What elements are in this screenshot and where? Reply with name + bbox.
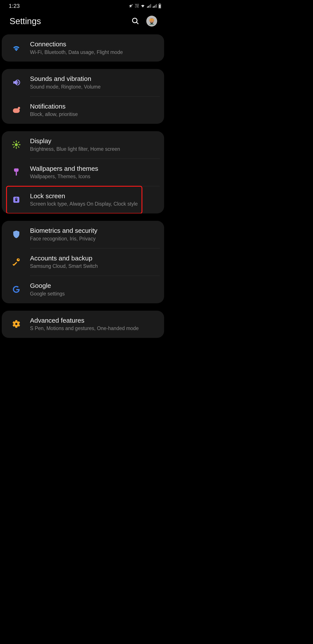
google-icon — [10, 285, 30, 294]
settings-list: Connections Wi-Fi, Bluetooth, Data usage… — [0, 34, 166, 340]
settings-group: Biometrics and security Face recognition… — [2, 221, 164, 303]
volte-icon: Vo))LTE — [135, 4, 139, 8]
shield-icon — [10, 230, 30, 239]
svg-rect-2 — [159, 4, 160, 4]
row-wallpapers[interactable]: Wallpapers and themes Wallpapers, Themes… — [2, 159, 164, 186]
svg-point-4 — [133, 18, 137, 23]
speaker-icon — [10, 78, 30, 87]
mute-icon — [129, 4, 134, 8]
row-connections[interactable]: Connections Wi-Fi, Bluetooth, Data usage… — [2, 34, 164, 62]
settings-header: Settings — [0, 10, 166, 34]
signal-1-icon — [147, 4, 151, 8]
row-title: Display — [30, 137, 158, 145]
row-title: Wallpapers and themes — [30, 164, 158, 173]
row-title: Connections — [30, 40, 158, 48]
settings-group: Sounds and vibration Sound mode, Rington… — [2, 69, 164, 124]
settings-group: Advanced features S Pen, Motions and ges… — [2, 311, 164, 338]
wifi-icon — [10, 43, 30, 52]
row-title: Advanced features — [30, 316, 158, 324]
gear-icon — [10, 320, 30, 328]
row-notifications[interactable]: Notifications Block, allow, prioritise — [2, 96, 164, 124]
row-title: Sounds and vibration — [30, 75, 158, 83]
row-title: Accounts and backup — [30, 254, 158, 262]
page-title: Settings — [9, 16, 41, 26]
key-icon — [10, 257, 30, 266]
row-google[interactable]: Google Google settings — [2, 276, 164, 303]
sun-icon — [10, 140, 30, 149]
row-advanced[interactable]: Advanced features S Pen, Motions and ges… — [2, 311, 164, 338]
row-title: Lock screen — [30, 192, 158, 200]
brush-icon — [10, 168, 30, 177]
svg-rect-3 — [159, 4, 161, 8]
search-icon[interactable] — [131, 17, 139, 25]
notif-icon — [10, 105, 30, 114]
svg-point-9 — [152, 19, 154, 21]
row-subtitle: Brightness, Blue light filter, Home scre… — [30, 146, 158, 152]
row-accounts[interactable]: Accounts and backup Samsung Cloud, Smart… — [2, 248, 164, 276]
row-subtitle: Samsung Cloud, Smart Switch — [30, 263, 158, 270]
row-sounds[interactable]: Sounds and vibration Sound mode, Rington… — [2, 69, 164, 96]
row-subtitle: S Pen, Motions and gestures, One-handed … — [30, 325, 158, 332]
row-biometrics[interactable]: Biometrics and security Face recognition… — [2, 221, 164, 248]
wifi-status-icon — [140, 4, 145, 8]
row-display[interactable]: Display Brightness, Blue light filter, H… — [2, 131, 164, 158]
svg-point-8 — [150, 19, 151, 21]
row-subtitle: Google settings — [30, 291, 158, 297]
battery-icon — [158, 3, 162, 8]
row-title: Google — [30, 282, 158, 290]
row-subtitle: Wallpapers, Themes, Icons — [30, 174, 158, 180]
lock-icon — [10, 195, 30, 204]
status-bar: 1:23 Vo))LTE — [0, 0, 166, 10]
row-title: Notifications — [30, 102, 158, 110]
status-icons: Vo))LTE — [129, 3, 162, 8]
settings-group: Display Brightness, Blue light filter, H… — [2, 131, 164, 214]
row-subtitle: Screen lock type, Always On Display, Clo… — [30, 201, 158, 207]
settings-group: Connections Wi-Fi, Bluetooth, Data usage… — [2, 34, 164, 62]
row-subtitle: Sound mode, Ringtone, Volume — [30, 84, 158, 90]
row-subtitle: Face recognition, Iris, Privacy — [30, 236, 158, 242]
status-time: 1:23 — [9, 2, 20, 9]
row-subtitle: Block, allow, prioritise — [30, 111, 158, 118]
svg-line-5 — [136, 22, 138, 24]
signal-2-icon — [152, 4, 157, 8]
svg-point-7 — [149, 18, 154, 23]
row-lockscreen[interactable]: Lock screen Screen lock type, Always On … — [2, 186, 164, 214]
row-title: Biometrics and security — [30, 226, 158, 235]
row-subtitle: Wi-Fi, Bluetooth, Data usage, Flight mod… — [30, 49, 158, 56]
profile-avatar[interactable] — [146, 16, 157, 26]
